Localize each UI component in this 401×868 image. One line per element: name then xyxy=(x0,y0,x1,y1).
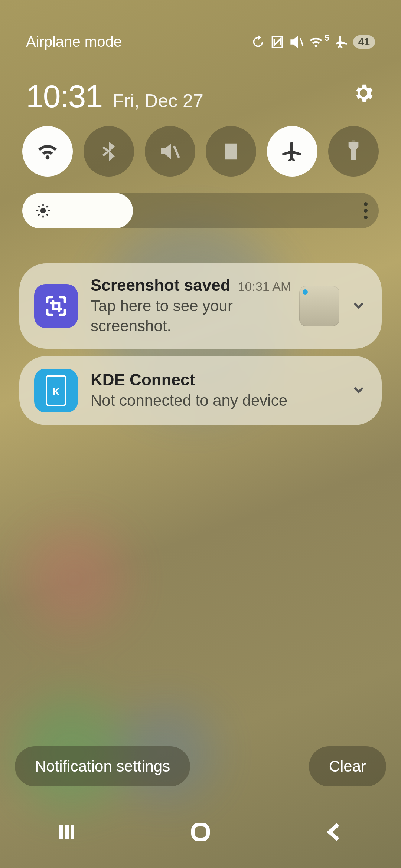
notification-title: Screenshot saved xyxy=(91,276,231,295)
chevron-down-icon xyxy=(351,297,367,313)
wifi-icon xyxy=(36,139,59,163)
footer-row: Notification settings Clear xyxy=(15,746,386,786)
airplane-icon xyxy=(334,34,349,49)
expand-button[interactable] xyxy=(351,297,367,315)
bluetooth-icon xyxy=(97,139,121,163)
notification-time: 10:31 AM xyxy=(238,279,291,294)
svg-line-5 xyxy=(38,206,40,207)
brightness-slider[interactable] xyxy=(22,193,379,228)
notification-title: KDE Connect xyxy=(91,371,195,389)
qs-flashlight[interactable] xyxy=(328,126,379,177)
screenshot-app-icon xyxy=(34,284,78,328)
settings-button[interactable] xyxy=(352,82,375,106)
svg-point-0 xyxy=(40,208,46,214)
back-button[interactable] xyxy=(323,821,345,845)
notification-body: Screenshot saved 10:31 AM Tap here to se… xyxy=(91,276,292,336)
home-button[interactable] xyxy=(189,821,212,845)
wifi-band-label: 5 xyxy=(325,33,329,43)
clear-button[interactable]: Clear xyxy=(309,746,386,786)
expand-button[interactable] xyxy=(351,382,367,400)
brightness-more-button[interactable] xyxy=(364,202,368,219)
status-label: Airplane mode xyxy=(26,33,122,50)
rotation-lock-icon xyxy=(219,139,243,163)
crop-icon xyxy=(44,294,68,318)
qs-bluetooth[interactable] xyxy=(84,126,134,177)
back-icon xyxy=(323,821,345,843)
screenshot-thumbnail[interactable] xyxy=(299,286,339,326)
qs-airplane[interactable] xyxy=(267,126,317,177)
quick-settings xyxy=(22,126,379,177)
panel-header: 10:31 Fri, Dec 27 xyxy=(26,78,375,115)
recents-icon xyxy=(56,821,78,843)
qs-mute[interactable] xyxy=(145,126,195,177)
sync-icon xyxy=(251,34,265,49)
kdeconnect-app-icon xyxy=(34,369,78,412)
nfc-icon xyxy=(270,34,285,49)
chevron-down-icon xyxy=(351,382,367,398)
status-bar: Airplane mode 5 41 xyxy=(0,33,401,50)
date: Fri, Dec 27 xyxy=(113,90,203,112)
svg-line-6 xyxy=(46,214,48,216)
notification-screenshot[interactable]: Screenshot saved 10:31 AM Tap here to se… xyxy=(19,263,382,349)
wifi-icon xyxy=(309,34,323,49)
svg-line-7 xyxy=(38,214,40,216)
notification-settings-button[interactable]: Notification settings xyxy=(15,746,190,786)
mute-icon xyxy=(158,139,182,163)
airplane-icon xyxy=(280,139,304,163)
qs-wifi[interactable] xyxy=(22,126,73,177)
gear-icon xyxy=(352,82,375,105)
status-icons: 5 41 xyxy=(251,34,375,49)
battery-level: 41 xyxy=(353,35,375,49)
flashlight-icon xyxy=(342,139,365,163)
svg-rect-12 xyxy=(193,825,208,839)
qs-rotation-lock[interactable] xyxy=(206,126,256,177)
clock: 10:31 xyxy=(26,78,102,115)
notification-text: Tap here to see your screenshot. xyxy=(91,296,292,336)
notification-text: Not connected to any device xyxy=(91,391,339,411)
svg-line-8 xyxy=(46,206,48,207)
navigation-bar xyxy=(0,812,401,853)
mute-icon xyxy=(289,34,304,49)
recents-button[interactable] xyxy=(56,821,78,845)
brightness-icon xyxy=(35,203,51,219)
notification-kdeconnect[interactable]: KDE Connect Not connected to any device xyxy=(19,356,382,425)
phone-icon xyxy=(46,375,66,406)
home-icon xyxy=(189,821,212,843)
brightness-fill xyxy=(22,193,133,228)
notification-body: KDE Connect Not connected to any device xyxy=(91,371,339,411)
